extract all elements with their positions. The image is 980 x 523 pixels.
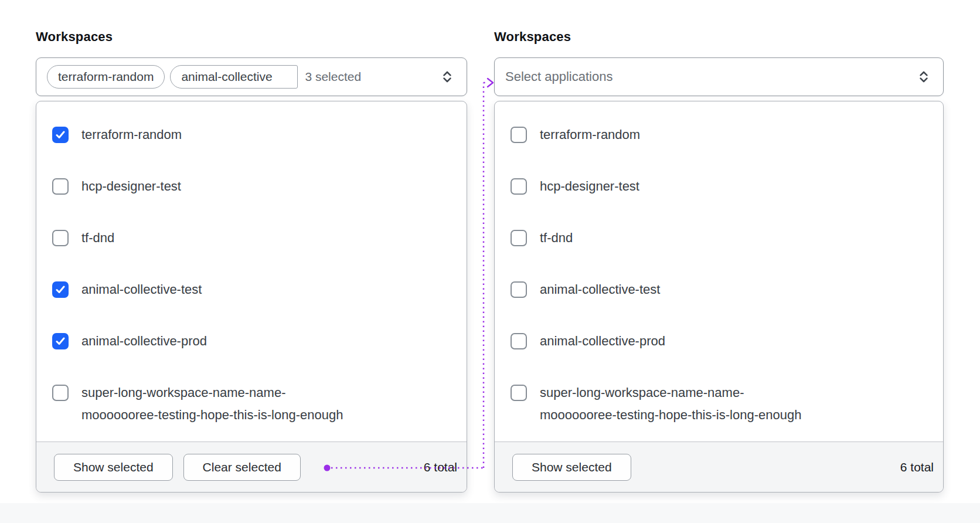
workspace-option-label: super-long-workspace-name-name- moooooor… <box>81 382 343 426</box>
workspace-option-label: hcp-designer-test <box>81 175 181 198</box>
workspace-option[interactable]: animal-collective-test <box>52 279 452 301</box>
checkmark-icon <box>56 131 65 139</box>
workspace-option-label: animal-collective-test <box>81 279 202 301</box>
workspace-option-list: terraform-random hcp-designer-test tf-dn… <box>36 101 467 442</box>
workspaces-multiselect-right: Workspaces Select applications terraform… <box>494 29 944 493</box>
workspace-option-label: tf-dnd <box>540 227 573 249</box>
workspace-option[interactable]: terraform-random <box>52 124 452 146</box>
show-selected-button[interactable]: Show selected <box>54 454 173 481</box>
workspace-option[interactable]: super-long-workspace-name-name- moooooor… <box>511 382 929 426</box>
checkmark-icon <box>56 286 65 294</box>
workspace-option-label: animal-collective-prod <box>540 330 665 352</box>
chevron-up-down-icon <box>916 69 931 84</box>
selected-count: 3 selected <box>305 70 361 84</box>
total-count: 6 total <box>424 460 457 474</box>
multiselect-trigger-empty[interactable]: Select applications <box>494 57 944 96</box>
selected-tag-truncated: animal-collective <box>170 65 298 89</box>
workspace-option[interactable]: animal-collective-prod <box>511 330 929 352</box>
workspace-checkbox[interactable] <box>511 385 527 401</box>
total-count: 6 total <box>900 460 934 474</box>
workspace-checkbox[interactable] <box>52 127 69 143</box>
workspace-option[interactable]: tf-dnd <box>52 227 452 249</box>
workspace-checkbox[interactable] <box>52 281 69 298</box>
workspace-checkbox[interactable] <box>511 230 527 246</box>
workspace-option-label: terraform-random <box>81 124 182 146</box>
workspace-option-label: terraform-random <box>540 124 640 146</box>
workspace-option[interactable]: super-long-workspace-name-name- moooooor… <box>52 382 452 426</box>
listbox-footer: Show selected 6 total <box>495 442 943 492</box>
selected-tag: terraform-random <box>47 65 165 89</box>
workspace-option[interactable]: terraform-random <box>511 124 929 146</box>
workspace-option-label: animal-collective-test <box>540 279 660 301</box>
workspace-checkbox[interactable] <box>52 333 69 349</box>
workspace-listbox: terraform-random hcp-designer-test tf-dn… <box>494 101 944 493</box>
workspace-checkbox[interactable] <box>52 178 69 195</box>
workspace-option[interactable]: animal-collective-test <box>511 279 929 301</box>
page-bottom-band <box>0 503 980 523</box>
workspace-checkbox[interactable] <box>52 230 69 246</box>
workspace-listbox: terraform-random hcp-designer-test tf-dn… <box>36 101 467 493</box>
workspace-checkbox[interactable] <box>511 127 527 143</box>
workspace-checkbox[interactable] <box>511 281 527 298</box>
show-selected-button[interactable]: Show selected <box>512 454 631 481</box>
workspace-option-list: terraform-random hcp-designer-test tf-dn… <box>495 101 943 442</box>
workspace-option-label: super-long-workspace-name-name- moooooor… <box>540 382 801 426</box>
workspace-option-label: animal-collective-prod <box>81 330 207 352</box>
clear-selected-button[interactable]: Clear selected <box>183 454 301 481</box>
workspace-option[interactable]: hcp-designer-test <box>511 175 929 198</box>
workspace-option[interactable]: animal-collective-prod <box>52 330 452 352</box>
workspace-option[interactable]: hcp-designer-test <box>52 175 452 198</box>
workspace-checkbox[interactable] <box>511 333 527 349</box>
checkmark-icon <box>56 337 65 345</box>
workspace-option-label: hcp-designer-test <box>540 175 639 198</box>
page-title: Workspaces <box>36 29 467 45</box>
workspace-checkbox[interactable] <box>52 385 69 401</box>
workspaces-multiselect-left: Workspaces terraform-random animal-colle… <box>36 29 467 493</box>
multiselect-trigger[interactable]: terraform-random animal-collective 3 sel… <box>36 57 467 96</box>
trigger-placeholder: Select applications <box>505 69 612 84</box>
workspace-checkbox[interactable] <box>511 178 527 195</box>
chevron-up-down-icon <box>440 69 455 84</box>
workspace-option-label: tf-dnd <box>81 227 114 249</box>
workspace-option[interactable]: tf-dnd <box>511 227 929 249</box>
page-title: Workspaces <box>494 29 944 45</box>
listbox-footer: Show selected Clear selected 6 total <box>36 442 467 492</box>
